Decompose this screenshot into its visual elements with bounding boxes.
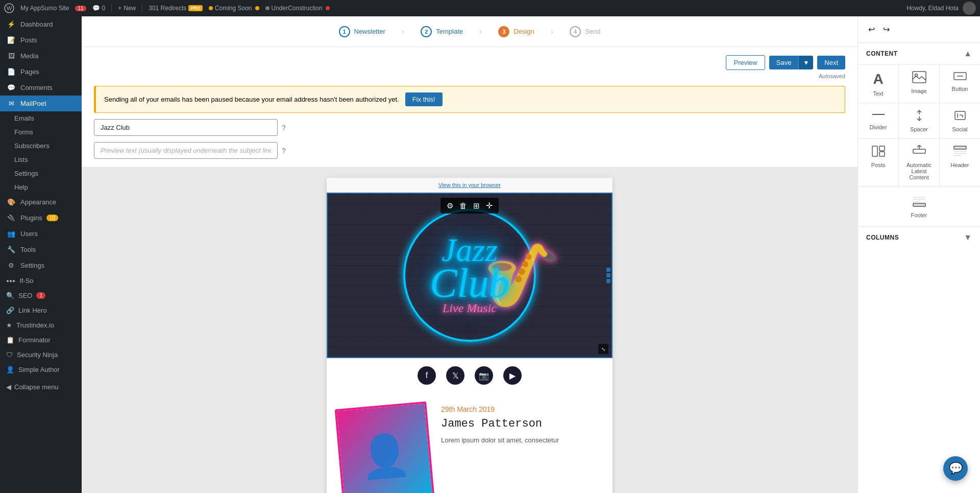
header-block-label: Header [950,162,969,168]
panel-toolbar: ↩ ↪ [858,16,980,43]
pages-icon: 📄 [6,68,16,76]
block-divider[interactable]: Divider [858,103,898,138]
block-social[interactable]: Social [940,103,980,138]
image-block-icon [912,71,926,85]
inner-email-canvas: View this in your browser ⚙ 🗑 ⊞ ✛ [327,178,612,493]
block-button[interactable]: Button [940,65,980,103]
sidebar-item-dashboard[interactable]: ⚡ Dashboard [0,16,82,32]
block-auto-latest[interactable]: Automatic Latest Content [899,139,939,186]
admin-comments-count[interactable]: 💬 0 [92,5,106,12]
step-send[interactable]: 4 Send [570,26,600,37]
facebook-icon[interactable]: f [418,366,436,385]
collapse-menu-button[interactable]: ◀ Collapse menu [0,377,82,397]
admin-updates-count[interactable]: 11 [75,6,86,11]
step-template[interactable]: 2 Template [421,26,463,37]
divider-block-icon [871,109,886,121]
handle-dot[interactable] [606,268,610,272]
step-design[interactable]: 3 Design [498,26,534,37]
block-settings-button[interactable]: ⚙ [445,200,455,212]
sidebar-item-mailpoet[interactable]: ✉ MailPoet [0,96,82,111]
footer-block-row: Footer [858,187,980,227]
spacer-block-icon [913,109,925,123]
sidebar-item-plugins[interactable]: 🔌 Plugins 10 [0,210,82,226]
block-spacer[interactable]: Spacer [899,103,939,138]
block-header[interactable]: Header [940,139,980,186]
save-dropdown-button[interactable]: ▼ [798,56,813,69]
new-content-button[interactable]: + New [118,5,136,12]
text-block-icon: A [873,71,883,87]
undo-button[interactable]: ↩ [866,22,877,36]
email-image-block[interactable]: ⚙ 🗑 ⊞ ✛ Jazz [327,193,612,358]
sidebar-item-ifso[interactable]: ●●● If-So [0,273,82,288]
blog-excerpt: Lorem ipsum dolor sit amet, consectetur [441,435,600,446]
save-button[interactable]: Save [769,56,799,69]
spacer-block-label: Spacer [910,126,928,132]
sidebar-item-comments[interactable]: 💬 Comments [0,80,82,96]
step-newsletter[interactable]: 1 Newsletter [339,26,385,37]
subject-help-icon[interactable]: ? [282,124,286,132]
chat-bubble-button[interactable]: 💬 [943,456,968,481]
sidebar-item-tools[interactable]: 🔧 Tools [0,242,82,257]
sidebar-item-users[interactable]: 👥 Users [0,226,82,242]
user-avatar [963,2,976,15]
handle-dot[interactable] [606,279,610,283]
block-footer[interactable]: Footer [858,191,980,222]
plugins-icon: 🔌 [6,214,16,222]
sidebar-item-seo[interactable]: 🔍 SEO 1 [0,288,82,303]
sidebar-item-appearance[interactable]: 🎨 Appearance [0,194,82,210]
svg-rect-11 [879,146,885,151]
sidebar-item-settings2[interactable]: ⚙ Settings [0,257,82,273]
sidebar-item-pages[interactable]: 📄 Pages [0,64,82,80]
columns-collapse-button[interactable]: ▼ [964,233,972,242]
sidebar-item-simple-author[interactable]: 👤 Simple Author [0,362,82,377]
preview-help-icon[interactable]: ? [282,147,286,155]
twitter-icon[interactable]: 𝕏 [446,366,464,385]
wp-logo[interactable]: W [4,3,14,13]
sidebar-sub-subscribers[interactable]: Subscribers [0,139,82,153]
sidebar-item-media[interactable]: 🖼 Media [0,48,82,64]
sidebar: ⚡ Dashboard 📝 Posts 🖼 Media 📄 Pages 💬 Co… [0,16,82,493]
howdy-user[interactable]: Howdy, Eldad Hota [906,2,976,15]
preview-text-input[interactable] [94,142,278,159]
sidebar-sub-settings[interactable]: Settings [0,167,82,180]
sidebar-sub-lists[interactable]: Lists [0,153,82,167]
undo-redo-group: ↩ ↪ [866,22,892,36]
preview-button[interactable]: Preview [726,55,765,70]
sidebar-item-link-hero[interactable]: 🔗 Link Hero [0,303,82,318]
step-navigation: 1 Newsletter › 2 Template › 3 Design › 4… [82,16,857,47]
block-delete-button[interactable]: 🗑 [457,200,469,211]
instagram-icon[interactable]: 📷 [475,366,493,385]
block-image[interactable]: Image [899,65,939,103]
redirects-plugin[interactable]: 301 Redirects PRO [149,5,203,12]
coming-soon-plugin[interactable]: Coming Soon [209,5,259,12]
sidebar-item-trustindex[interactable]: ★ Trustindex.io [0,318,82,333]
right-panel: ↩ ↪ CONTENT ▲ A Text [857,16,980,493]
underconstruction-plugin[interactable]: UnderConstruction [265,5,330,12]
content-collapse-button[interactable]: ▲ [964,49,972,58]
blog-post-block: 👤 29th March 2019 James Patterson Lorem … [327,393,612,493]
block-posts[interactable]: Posts [858,139,898,186]
svg-rect-10 [872,146,877,156]
view-browser-link[interactable]: View this in your browser [438,182,501,188]
youtube-icon[interactable]: ▶ [503,366,522,385]
social-block-icon [954,109,966,123]
main-layout: ⚡ Dashboard 📝 Posts 🖼 Media 📄 Pages 💬 Co… [0,16,980,493]
redo-button[interactable]: ↪ [881,22,892,36]
fix-this-button[interactable]: Fix this! [405,92,443,106]
block-move-button[interactable]: ✛ [484,200,495,212]
svg-rect-12 [879,152,885,156]
sidebar-sub-forms[interactable]: Forms [0,125,82,139]
next-button[interactable]: Next [817,56,845,69]
block-duplicate-button[interactable]: ⊞ [471,200,482,212]
block-text[interactable]: A Text [858,65,898,103]
subject-input[interactable] [94,119,278,136]
sidebar-item-posts[interactable]: 📝 Posts [0,32,82,48]
sidebar-sub-emails[interactable]: Emails [0,111,82,125]
jazz-neon-text: Jazz Club Live Music [430,236,509,316]
sidebar-item-security-ninja[interactable]: 🛡 Security Ninja [0,347,82,362]
auto-latest-block-label: Automatic Latest Content [903,162,935,180]
handle-dot[interactable] [606,273,610,277]
site-name[interactable]: My AppSumo Site [20,5,69,12]
sidebar-item-forminator[interactable]: 📋 Forminator [0,333,82,347]
sidebar-sub-help[interactable]: Help [0,180,82,194]
